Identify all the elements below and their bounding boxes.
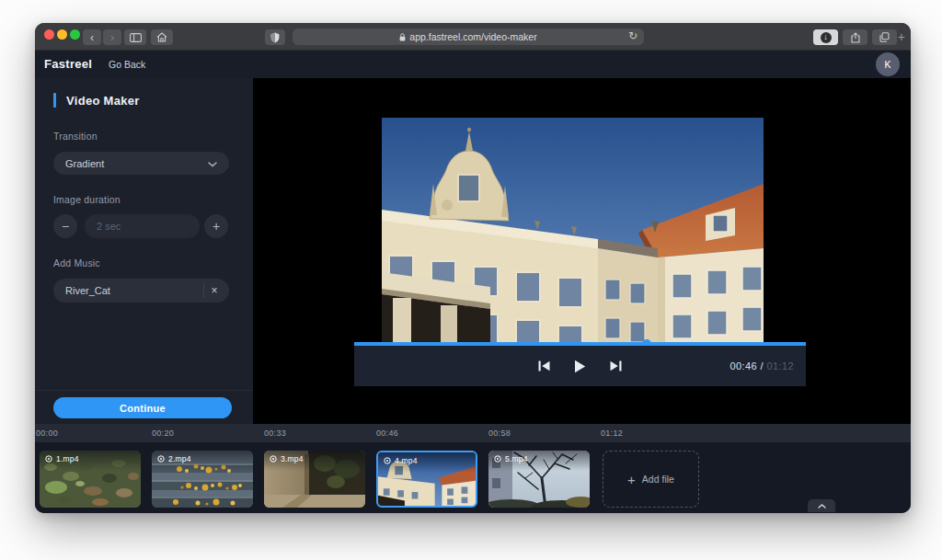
clip-icon: [45, 455, 52, 463]
title-accent-bar: [53, 93, 56, 108]
privacy-report-button[interactable]: [265, 29, 285, 45]
video-still-building: [382, 118, 764, 342]
field-divider: [203, 283, 204, 298]
clip-icon: [270, 455, 277, 463]
tabs-icon: [879, 32, 890, 42]
close-window-button[interactable]: [44, 29, 54, 40]
play-icon: [574, 360, 586, 373]
go-back-link[interactable]: Go Back: [109, 59, 145, 70]
chevron-down-icon: [208, 158, 217, 169]
music-track-field[interactable]: River_Cat ×: [53, 279, 229, 303]
forward-button[interactable]: ›: [103, 29, 121, 45]
address-bar[interactable]: app.fastreel.com/video-maker ↻: [293, 29, 644, 45]
time-display: 00:46 / 01:12: [730, 346, 794, 386]
clip-thumbnail-2[interactable]: 2.mp4: [152, 451, 253, 508]
current-time: 00:46: [730, 360, 758, 371]
next-icon: [610, 360, 622, 371]
avatar[interactable]: K: [876, 52, 900, 76]
duration-input[interactable]: 2 sec: [85, 214, 200, 238]
downloads-button[interactable]: ↓: [813, 29, 838, 45]
clip-icon: [157, 455, 165, 463]
previous-icon: [538, 360, 550, 371]
download-icon: ↓: [821, 32, 832, 43]
clip-thumbnail-5[interactable]: 5.mp4: [488, 451, 590, 508]
clip-icon: [384, 457, 391, 464]
duration-minus-button[interactable]: −: [53, 214, 77, 238]
preview-area: 00:46 / 01:12: [253, 78, 911, 424]
shield-icon: [270, 32, 280, 43]
ruler-tick: 00:20: [152, 429, 174, 438]
collapse-timeline-button[interactable]: [808, 499, 835, 512]
total-time: 01:12: [766, 360, 794, 371]
url-text: app.fastreel.com/video-maker: [409, 31, 536, 42]
clip-thumbnail-4[interactable]: 4.mp4: [376, 451, 477, 508]
ruler-tick: 00:00: [36, 429, 58, 438]
ruler-tick: 01:12: [601, 429, 623, 438]
next-button[interactable]: [610, 360, 622, 371]
new-tab-button[interactable]: +: [898, 29, 905, 44]
lock-icon: [399, 33, 406, 41]
chevron-up-icon: [818, 504, 826, 509]
forward-icon: ›: [110, 32, 114, 43]
clip-icon: [494, 455, 501, 463]
ruler-tick: 00:33: [264, 429, 286, 438]
back-button[interactable]: ‹: [83, 29, 101, 45]
clip-thumbnail-3[interactable]: 3.mp4: [264, 451, 365, 508]
back-icon: ‹: [90, 32, 94, 43]
sidebar: Video Maker Transition Gradient Image du…: [35, 78, 253, 424]
minimize-window-button[interactable]: [57, 29, 67, 40]
ruler-tick: 00:58: [488, 429, 511, 438]
transition-label: Transition: [53, 131, 98, 142]
app-header: Fastreel Go Back K: [35, 51, 911, 78]
clip-thumbnail-1[interactable]: 1.mp4: [40, 451, 141, 508]
share-button[interactable]: [843, 29, 867, 45]
sidebar-toggle-button[interactable]: [124, 29, 146, 45]
home-button[interactable]: [151, 29, 173, 45]
browser-titlebar: ‹ ›: [35, 23, 911, 51]
play-button[interactable]: [574, 360, 586, 373]
player-control-bar: 00:46 / 01:12: [354, 346, 806, 386]
sidebar-divider: [35, 390, 253, 391]
zoom-window-button[interactable]: [70, 29, 80, 40]
duration-label: Image duration: [53, 194, 121, 205]
timeline-ruler: 00:00 00:20 00:33 00:46 00:58 01:12: [35, 424, 911, 442]
share-icon: [851, 32, 860, 43]
plus-icon: +: [213, 219, 220, 234]
brand-logo[interactable]: Fastreel: [44, 57, 92, 71]
home-icon: [156, 32, 167, 42]
page-title: Video Maker: [53, 93, 140, 108]
screenshot-stage: ‹ ›: [0, 0, 942, 560]
duration-plus-button[interactable]: +: [204, 214, 228, 238]
add-file-plus-icon: +: [627, 472, 636, 487]
transition-select[interactable]: Gradient: [53, 152, 229, 175]
remove-music-button[interactable]: ×: [206, 282, 223, 299]
ruler-tick: 00:46: [376, 429, 398, 438]
reload-icon[interactable]: ↻: [628, 29, 638, 42]
tab-overview-button[interactable]: [872, 29, 897, 45]
continue-button[interactable]: Continue: [53, 397, 232, 418]
previous-button[interactable]: [538, 360, 550, 371]
music-label: Add Music: [53, 257, 100, 269]
clip-strip: 1.mp4 2.mp4: [35, 442, 911, 513]
sidebar-icon: [130, 33, 142, 42]
safari-window: ‹ ›: [35, 23, 911, 513]
add-file-button[interactable]: + Add file: [603, 451, 699, 508]
minus-icon: −: [62, 219, 69, 234]
video-frame[interactable]: [382, 118, 764, 342]
